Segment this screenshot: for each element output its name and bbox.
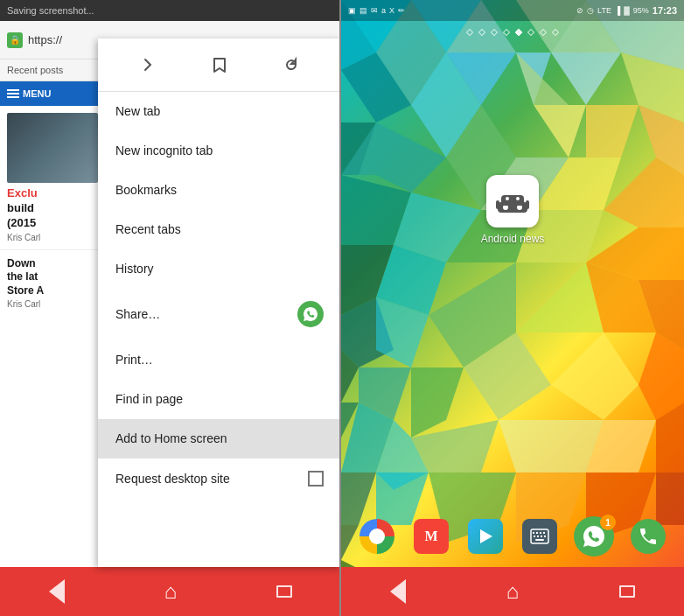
page-dot-6[interactable] bbox=[527, 29, 534, 36]
desktop-site-checkbox[interactable] bbox=[308, 471, 324, 486]
home-back-button[interactable] bbox=[372, 567, 424, 616]
whatsapp-share-icon bbox=[297, 301, 324, 327]
menu-item-new-tab[interactable]: New tab bbox=[98, 92, 341, 131]
svg-marker-47 bbox=[499, 420, 604, 472]
svg-marker-39 bbox=[411, 368, 464, 438]
chrome-dock-icon[interactable] bbox=[357, 516, 397, 556]
svg-point-69 bbox=[506, 197, 509, 200]
svg-rect-81 bbox=[535, 539, 544, 541]
whatsapp-badge: 1 bbox=[600, 514, 616, 530]
menu-item-find-in-page[interactable]: Find in page bbox=[98, 380, 341, 419]
svg-marker-71 bbox=[480, 529, 492, 543]
svg-rect-78 bbox=[537, 536, 539, 537]
gmail-dock-icon[interactable]: M bbox=[411, 516, 451, 556]
browser-panel: Saving screenshot... 🔒 https:// Recent p… bbox=[0, 0, 341, 616]
menu-label: MENU bbox=[23, 88, 51, 99]
svg-marker-41 bbox=[551, 332, 639, 420]
back-button[interactable] bbox=[31, 567, 83, 616]
wifi-icon: ▣ bbox=[348, 6, 356, 15]
play-store-dock-icon[interactable] bbox=[465, 516, 506, 556]
menu-item-add-to-home[interactable]: Add to Home screen bbox=[98, 419, 341, 458]
browser-status-bar: Saving screenshot... bbox=[0, 0, 341, 21]
phone-dock-icon[interactable] bbox=[628, 516, 668, 556]
web-article-1: Exclubuild(2015 Kris Carl bbox=[0, 106, 105, 249]
menu-header bbox=[98, 38, 341, 92]
svg-rect-66 bbox=[496, 200, 499, 209]
page-dot-7[interactable] bbox=[540, 29, 547, 36]
page-dot-8[interactable] bbox=[552, 29, 559, 36]
page-dot-2[interactable] bbox=[478, 29, 485, 36]
lte-badge: LTE bbox=[597, 6, 611, 15]
app-icon-image bbox=[486, 175, 539, 228]
svg-marker-12 bbox=[551, 52, 621, 105]
svg-rect-68 bbox=[501, 195, 524, 206]
reload-button[interactable] bbox=[276, 49, 307, 80]
hamburger-icon bbox=[7, 89, 19, 98]
home-recents-button[interactable] bbox=[601, 567, 653, 616]
svg-point-70 bbox=[516, 197, 520, 200]
recents-icon bbox=[276, 585, 292, 598]
svg-rect-73 bbox=[533, 532, 534, 534]
home-icon: ⌂ bbox=[164, 579, 178, 604]
web-menu-bar: MENU bbox=[0, 81, 105, 106]
time-display: 17:23 bbox=[653, 5, 677, 16]
article-author: Kris Carl bbox=[7, 233, 98, 242]
phone-svg bbox=[638, 526, 659, 547]
saving-status-text: Saving screenshot... bbox=[7, 5, 94, 16]
play-store-icon-graphic bbox=[468, 519, 503, 554]
menu-item-recent-tabs[interactable]: Recent tabs bbox=[98, 210, 341, 249]
page-indicators bbox=[341, 30, 684, 35]
no-disturb-icon: ⊘ bbox=[576, 6, 583, 15]
phone-icon-graphic bbox=[631, 519, 666, 554]
back-arrow-icon bbox=[49, 579, 65, 604]
app-icon-label: Android news bbox=[481, 233, 545, 245]
battery-icon: ▓ bbox=[624, 6, 630, 15]
menu-item-request-desktop[interactable]: Request desktop site bbox=[98, 458, 341, 500]
home-home-icon: ⌂ bbox=[506, 579, 520, 604]
amazon-icon: a bbox=[381, 6, 386, 15]
svg-rect-75 bbox=[540, 532, 541, 534]
home-back-icon bbox=[390, 579, 406, 604]
forward-button[interactable] bbox=[132, 49, 164, 80]
recents-button[interactable] bbox=[258, 567, 311, 616]
home-status-bar: ▣ ▤ ✉ a X ✏ ⊘ ◷ LTE ▐ ▓ 95% 17:23 bbox=[341, 0, 684, 21]
url-text[interactable]: https:// bbox=[28, 33, 62, 46]
bookmark-button[interactable] bbox=[204, 49, 235, 80]
recent-posts-label: Recent posts bbox=[0, 60, 105, 81]
article-title: Exclubuild(2015 bbox=[7, 186, 98, 231]
page-dot-1[interactable] bbox=[466, 29, 473, 36]
article-image bbox=[7, 113, 98, 183]
menu-item-bookmarks[interactable]: Bookmarks bbox=[98, 171, 341, 210]
menu-item-history[interactable]: History bbox=[98, 249, 341, 289]
svg-marker-18 bbox=[534, 105, 586, 158]
page-dot-3[interactable] bbox=[491, 29, 498, 36]
svg-rect-76 bbox=[543, 532, 545, 534]
status-right-info: ⊘ ◷ LTE ▐ ▓ 95% 17:23 bbox=[576, 5, 677, 16]
home-recents-icon bbox=[619, 585, 635, 598]
keyboard-dock-icon[interactable] bbox=[520, 516, 560, 556]
home-bottom-nav: ⌂ bbox=[341, 567, 684, 616]
menu-item-share[interactable]: Share… bbox=[98, 289, 341, 340]
home-button[interactable]: ⌂ bbox=[144, 567, 197, 616]
keyboard-svg bbox=[530, 528, 549, 544]
page-dot-4[interactable] bbox=[503, 29, 510, 36]
play-triangle bbox=[476, 527, 495, 546]
menu-item-print[interactable]: Print… bbox=[98, 340, 341, 380]
alarm-icon: ◷ bbox=[587, 6, 594, 15]
menu-item-new-incognito-tab[interactable]: New incognito tab bbox=[98, 131, 341, 171]
svg-rect-77 bbox=[534, 536, 535, 537]
status-left-icons: ▣ ▤ ✉ a X ✏ bbox=[348, 6, 405, 15]
svg-rect-74 bbox=[536, 532, 538, 534]
home-home-button[interactable]: ⌂ bbox=[486, 567, 539, 616]
gmail-icon-graphic: M bbox=[414, 519, 449, 554]
ssl-lock-icon: 🔒 bbox=[7, 32, 23, 48]
browser-bottom-nav: ⌂ bbox=[0, 567, 341, 616]
page-dot-5[interactable] bbox=[515, 29, 522, 36]
signal-bars-icon: ▐ bbox=[615, 6, 620, 15]
web-article-2: Downthe latStore A Kris Carl bbox=[0, 249, 105, 317]
svg-rect-80 bbox=[544, 536, 546, 537]
app-icon-svg bbox=[494, 183, 531, 220]
android-news-app[interactable]: Android news bbox=[481, 175, 545, 245]
edit-icon: ✏ bbox=[398, 6, 405, 15]
whatsapp-dock-icon[interactable]: 1 bbox=[574, 516, 614, 556]
